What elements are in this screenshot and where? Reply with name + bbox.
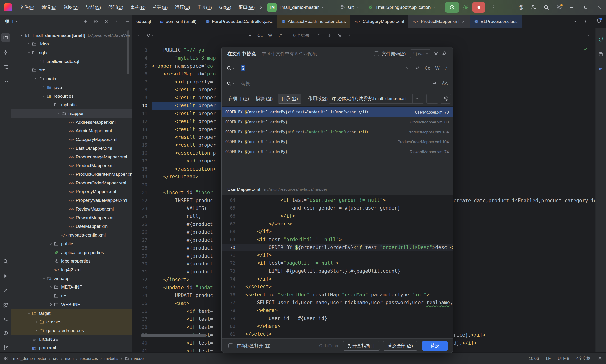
chevron-right-icon[interactable] (48, 294, 54, 298)
run-configuration-widget[interactable]: TmallSpringBootApplication (368, 0, 436, 15)
newline-icon[interactable] (248, 33, 252, 38)
menu-重构[interactable]: 重构(R) (127, 0, 149, 15)
tree-item-META-INF[interactable]: META-INF (11, 283, 132, 292)
tree-item-target[interactable]: target (11, 309, 132, 318)
breadcrumb[interactable]: Tmall_demo-master›src›main›resources›myb… (4, 356, 145, 361)
replace-field[interactable]: 替换 ÀA (222, 76, 453, 91)
tab-close-icon[interactable] (462, 20, 465, 23)
database-tool-icon[interactable] (596, 50, 605, 59)
notifications-bell[interactable] (596, 18, 602, 25)
structure-tool-icon[interactable] (1, 63, 10, 71)
chevron-right-icon[interactable] (48, 303, 54, 306)
project-folder-tool-icon[interactable] (1, 33, 10, 42)
option-W[interactable]: W (268, 33, 272, 38)
chevron-right-icon[interactable] (33, 320, 39, 324)
project-panel-title[interactable]: 项目 (5, 18, 19, 25)
tree-item-LICENSE[interactable]: LICENSE (11, 335, 132, 344)
file-mask-checkbox[interactable] (374, 51, 379, 56)
scope-tree-button[interactable] (440, 94, 451, 104)
tree-item-WEB-INF[interactable]: WEB-INF (11, 300, 132, 309)
tree-item-UserMapper.xml[interactable]: </>UserMapper.xml (11, 222, 132, 231)
close-icon[interactable] (587, 33, 591, 38)
plus-icon[interactable] (83, 19, 88, 24)
breadcrumb-main[interactable]: main (65, 356, 74, 361)
project-widget[interactable]: TM Tmall_demo-master (267, 0, 325, 15)
add-user-icon[interactable] (531, 4, 536, 10)
tree-item-CategoryMapper.xml[interactable]: </>CategoryMapper.xml (11, 135, 132, 144)
build-tool-icon[interactable] (1, 286, 10, 295)
problems-tool-icon[interactable] (1, 329, 10, 338)
tree-item-generated-sources[interactable]: generated-sources (11, 326, 132, 335)
git-branch-tool-icon[interactable] (1, 343, 10, 352)
status-4个空格[interactable]: 4个空格 (576, 356, 591, 361)
search-input-value[interactable]: $ (241, 65, 245, 71)
ai-assistant-icon[interactable]: @ (518, 4, 523, 10)
breadcrumb-Tmall_demo-master[interactable]: Tmall_demo-master (11, 356, 46, 361)
tree-item-webapp[interactable]: webapp (11, 274, 132, 283)
inspections-ok-icon[interactable] (583, 46, 588, 52)
scope-1[interactable]: 在项目 (P) (228, 96, 249, 102)
status-LF[interactable]: LF (546, 356, 551, 361)
chevron-down-icon[interactable] (18, 34, 25, 37)
menu-编辑[interactable]: 编辑(E) (38, 0, 60, 15)
search-field[interactable]: $ CcW.* (222, 61, 453, 76)
run-tool-icon[interactable] (1, 272, 10, 281)
tree-item-RewardMapper.xml[interactable]: </>RewardMapper.xml (11, 213, 132, 222)
menu-导航[interactable]: 导航(N) (82, 0, 104, 15)
terminal-tool-icon[interactable] (1, 314, 10, 324)
kebab-icon[interactable] (491, 5, 496, 10)
close-button[interactable] (592, 0, 606, 15)
newline-icon[interactable] (432, 81, 437, 86)
result-row-4[interactable]: ORDER BY ${orderUtil.orderBy}ProductOrde… (222, 137, 453, 147)
tree-item-.idea[interactable]: .idea (11, 40, 132, 49)
tree-item-mybatis[interactable]: mybatis (11, 101, 132, 109)
tree-item-PropertyMapper.xml[interactable]: </>PropertyMapper.xml (11, 187, 132, 196)
tree-item-main[interactable]: main (11, 75, 132, 83)
tree-item-res[interactable]: res (11, 292, 132, 300)
target-icon[interactable] (94, 19, 98, 24)
chevron-right-icon[interactable] (48, 286, 54, 289)
menu-Git[interactable]: Git(G) (216, 0, 235, 15)
newline-icon[interactable] (415, 66, 419, 70)
tab-ForeProductListController.java[interactable]: CForeProductListController.java (201, 15, 277, 28)
breadcrumb-mapper[interactable]: mapper (131, 356, 145, 361)
menu-运行[interactable]: 运行(U) (171, 0, 193, 15)
preview-editor[interactable]: 64 <if test="user.user_gender != null">6… (222, 195, 453, 338)
collapse-icon[interactable] (104, 19, 109, 24)
option-Cc[interactable]: Cc (425, 66, 430, 71)
chevron-right-icon[interactable] (33, 329, 39, 332)
stop-button[interactable] (472, 2, 485, 13)
chevron-right-icon[interactable] (41, 86, 47, 89)
breadcrumb-src[interactable]: src (53, 356, 58, 361)
settings-icon[interactable] (556, 4, 562, 10)
filter-icon[interactable] (434, 51, 439, 56)
result-row-2[interactable]: ORDER BY ${orderUtil.orderBy}ProductMapp… (222, 117, 453, 127)
menu-构建[interactable]: 构建(B) (149, 0, 171, 15)
replace-button[interactable]: 替换 (422, 341, 448, 351)
tree-item-ReviewMapper.xml[interactable]: </>ReviewMapper.xml (11, 205, 132, 213)
browse-directory-button[interactable]: ... (427, 94, 438, 104)
tree-item-resources[interactable]: resources (11, 92, 132, 101)
tree-item-sqls[interactable]: sqls (11, 48, 132, 57)
pin-icon[interactable] (442, 51, 447, 56)
option-Cc[interactable]: Cc (257, 33, 263, 38)
option-.*[interactable]: .* (279, 33, 282, 38)
sync-tool-icon[interactable] (596, 35, 605, 44)
tree-item-AdminMapper.xml[interactable]: </>AdminMapper.xml (11, 127, 132, 135)
kebab-icon[interactable] (347, 33, 352, 38)
chevron-down-icon[interactable] (48, 103, 54, 107)
tree-item-mapper[interactable]: mapper (11, 109, 132, 118)
breadcrumb-mybatis[interactable]: mybatis (104, 356, 118, 361)
tree-item-Tmall_demo-master[interactable]: Tmall_demo-master [tmall]D:\java_web\Jav… (11, 31, 132, 40)
maven-tool-icon[interactable]: m (596, 64, 605, 73)
vcs-widget[interactable]: Git (341, 0, 359, 15)
tree-item-mybatis-config.xml[interactable]: </>mybatis-config.xml (11, 231, 132, 240)
chevron-right-icon[interactable] (48, 242, 54, 246)
arrow-up-icon[interactable] (316, 33, 321, 38)
directory-select[interactable]: 课 迷你天猫商城系统\Tmall_demo-mast (329, 94, 424, 104)
tree-item-ProductOrderMapper.xml[interactable]: </>ProductOrderMapper.xml (11, 179, 132, 187)
scope-3[interactable]: 目录 (D) (278, 94, 302, 104)
preserve-case-option[interactable]: ÀA (442, 81, 448, 86)
status-UTF-8[interactable]: UTF-8 (558, 356, 569, 361)
close-icon[interactable] (405, 66, 410, 70)
